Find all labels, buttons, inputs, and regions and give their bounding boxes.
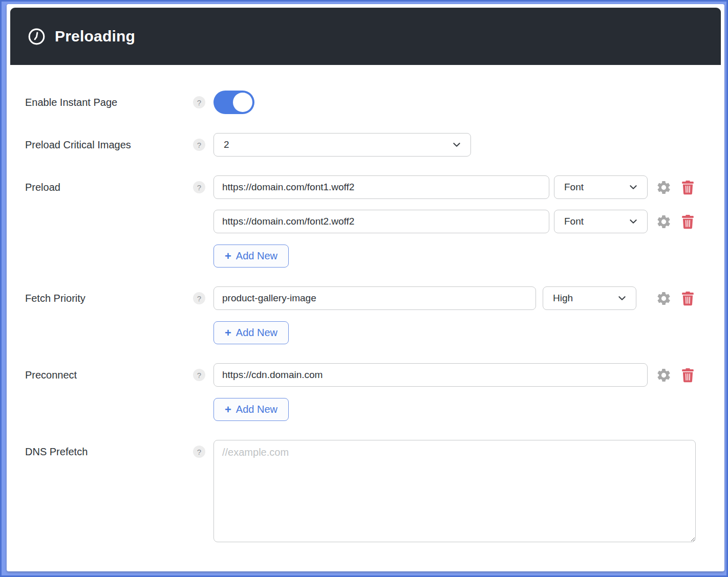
preload-url-input-2[interactable]	[213, 210, 549, 233]
chevron-down-icon	[629, 183, 638, 192]
fetch-priority-help-icon[interactable]: ?	[193, 292, 205, 304]
preconnect-settings-button[interactable]	[656, 367, 672, 383]
fetch-priority-selector-input[interactable]	[213, 286, 536, 310]
preconnect-delete-button[interactable]	[681, 368, 695, 383]
preload-type-value-1: Font	[564, 182, 584, 193]
row-fetch-priority: Fetch Priority ? High + Add New	[25, 286, 721, 344]
gear-icon	[656, 367, 672, 383]
preconnect-label: Preconnect	[25, 363, 193, 387]
preload-delete-button-1[interactable]	[681, 180, 695, 195]
preconnect-add-new-button[interactable]: + Add New	[213, 398, 289, 421]
row-dns-prefetch: DNS Prefetch ?	[25, 440, 721, 544]
page-frame: Preloading Enable Instant Page ? Preload…	[0, 0, 728, 577]
preload-item-row: Font	[213, 210, 721, 233]
clock-icon	[28, 28, 45, 45]
settings-form: Enable Instant Page ? Preload Critical I…	[10, 65, 721, 544]
toggle-knob	[233, 93, 252, 112]
preload-type-value-2: Font	[564, 216, 584, 227]
preload-type-select-2[interactable]: Font	[554, 210, 648, 233]
row-preload: Preload ? Font F	[25, 175, 721, 268]
preload-item-row: Font	[213, 175, 721, 199]
dns-prefetch-help-icon[interactable]: ?	[193, 446, 205, 458]
instant-page-label: Enable Instant Page	[25, 91, 193, 114]
preload-type-select-1[interactable]: Font	[554, 175, 648, 199]
preconnect-help-icon[interactable]: ?	[193, 369, 205, 381]
preloading-panel: Preloading Enable Instant Page ? Preload…	[7, 4, 724, 571]
chevron-down-icon	[629, 217, 638, 226]
fetch-priority-add-new-button[interactable]: + Add New	[213, 321, 289, 344]
trash-icon	[681, 214, 695, 229]
dns-prefetch-textarea[interactable]	[213, 440, 696, 542]
add-new-label: Add New	[236, 404, 277, 415]
instant-page-help-icon[interactable]: ?	[193, 96, 205, 108]
gear-icon	[656, 291, 672, 306]
plus-icon: +	[225, 404, 231, 415]
chevron-down-icon	[617, 294, 627, 303]
row-preload-critical-images: Preload Critical Images ? 2	[25, 133, 721, 157]
critical-images-selected-value: 2	[224, 139, 229, 150]
critical-images-label: Preload Critical Images	[25, 133, 193, 157]
critical-images-select[interactable]: 2	[213, 133, 471, 157]
plus-icon: +	[225, 251, 231, 262]
fetch-priority-delete-button[interactable]	[681, 291, 695, 306]
preload-url-input-1[interactable]	[213, 175, 549, 199]
critical-images-help-icon[interactable]: ?	[193, 139, 205, 151]
preload-add-new-button[interactable]: + Add New	[213, 245, 289, 268]
gear-icon	[656, 214, 672, 230]
gear-icon	[656, 180, 672, 195]
trash-icon	[681, 368, 695, 383]
preload-settings-button-2[interactable]	[656, 214, 672, 230]
fetch-priority-label: Fetch Priority	[25, 286, 193, 310]
fetch-priority-settings-button[interactable]	[656, 291, 672, 306]
panel-header: Preloading	[10, 8, 721, 65]
row-preconnect: Preconnect ? + Add New	[25, 363, 721, 421]
panel-title: Preloading	[55, 28, 135, 45]
fetch-priority-item-row: High	[213, 286, 721, 310]
fetch-priority-value: High	[553, 293, 573, 304]
preconnect-item-row	[213, 363, 721, 387]
preload-label: Preload	[25, 175, 193, 199]
fetch-priority-select[interactable]: High	[543, 286, 636, 310]
preload-delete-button-2[interactable]	[681, 214, 695, 229]
preconnect-url-input[interactable]	[213, 363, 648, 387]
chevron-down-icon	[452, 140, 461, 149]
add-new-label: Add New	[236, 250, 277, 262]
dns-prefetch-label: DNS Prefetch	[25, 440, 193, 463]
trash-icon	[681, 180, 695, 195]
trash-icon	[681, 291, 695, 306]
plus-icon: +	[225, 327, 231, 339]
instant-page-toggle[interactable]	[213, 91, 254, 114]
row-enable-instant-page: Enable Instant Page ?	[25, 91, 721, 114]
preload-settings-button-1[interactable]	[656, 180, 672, 195]
preload-help-icon[interactable]: ?	[193, 181, 205, 193]
add-new-label: Add New	[236, 327, 277, 339]
